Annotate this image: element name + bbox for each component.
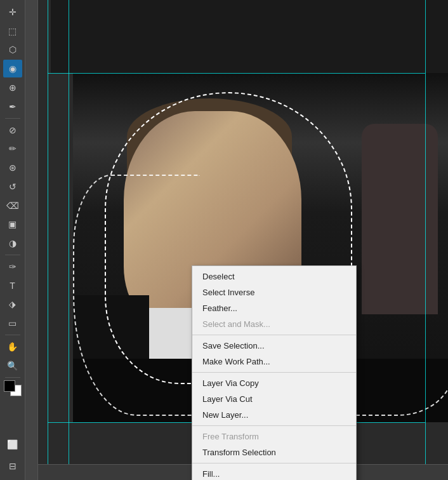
separator-4 (5, 377, 20, 378)
dodge-tool[interactable]: ◑ (3, 234, 22, 252)
gradient-tool[interactable]: ▣ (3, 216, 22, 234)
screen-mode-tool[interactable]: ⊟ (3, 457, 22, 475)
zoom-tool[interactable]: 🔍 (3, 357, 22, 375)
healing-brush-tool[interactable]: ⊘ (3, 121, 22, 139)
menu-item-new-layer---[interactable]: New Layer... (192, 407, 356, 423)
menu-item-feather---[interactable]: Feather... (192, 300, 356, 316)
lasso-tool[interactable]: ⬡ (3, 41, 22, 59)
left-toolbar: ✛ ⬚ ⬡ ◉ ⊕ ✒ ⊘ ✏ ⊛ ↺ ⌫ ▣ ◑ ✑ T ⬗ ▭ ✋ 🔍 ⬜ … (0, 0, 25, 480)
canvas-top-bar (51, 0, 448, 73)
separator-3 (5, 335, 20, 335)
separator-1 (5, 118, 20, 119)
clone-stamp-tool[interactable]: ⊛ (3, 159, 22, 177)
brush-tool[interactable]: ✏ (3, 140, 22, 157)
menu-item-transform-selection[interactable]: Transform Selection (192, 444, 356, 460)
separator-2 (5, 255, 20, 255)
context-menu: DeselectSelect InverseFeather...Select a… (192, 265, 357, 480)
shape-tool[interactable]: ▭ (3, 314, 22, 332)
text-tool[interactable]: T (3, 277, 22, 295)
hand-tool[interactable]: ✋ (3, 338, 22, 356)
history-brush-tool[interactable]: ↺ (3, 178, 22, 196)
crop-tool[interactable]: ⊕ (3, 79, 22, 97)
move-tool[interactable]: ✛ (3, 3, 22, 21)
menu-item-select-inverse[interactable]: Select Inverse (192, 284, 356, 300)
eraser-tool[interactable]: ⌫ (3, 197, 22, 215)
menu-item-save-selection---[interactable]: Save Selection... (192, 338, 356, 354)
menu-separator (192, 463, 356, 463)
menu-separator (192, 335, 356, 335)
menu-item-deselect[interactable]: Deselect (192, 269, 356, 284)
marquee-tool[interactable]: ⬚ (3, 22, 22, 40)
menu-item-make-work-path---[interactable]: Make Work Path... (192, 354, 356, 370)
menu-item-free-transform: Free Transform (192, 429, 356, 444)
quick-select-tool[interactable]: ◉ (3, 60, 22, 77)
pen-tool[interactable]: ✑ (3, 258, 22, 276)
guide-vertical-2 (425, 0, 426, 480)
menu-item-select-and-mask---: Select and Mask... (192, 316, 356, 332)
menu-separator (192, 425, 356, 426)
guide-vertical-1 (48, 0, 48, 480)
foreground-color-swatch[interactable] (4, 380, 15, 392)
menu-item-layer-via-copy[interactable]: Layer Via Copy (192, 375, 356, 391)
eyedropper-tool[interactable]: ✒ (3, 98, 22, 116)
color-swatch-area[interactable] (4, 380, 22, 397)
menu-separator (192, 372, 356, 373)
guide-vertical-3 (69, 0, 69, 480)
background-figure (362, 124, 438, 314)
quick-mask-tool[interactable]: ⬜ (3, 436, 22, 453)
menu-item-layer-via-cut[interactable]: Layer Via Cut (192, 391, 356, 407)
ruler-left (25, 0, 38, 480)
menu-item-fill---[interactable]: Fill... (192, 466, 356, 480)
selection-left-curve (73, 175, 200, 416)
path-selection-tool[interactable]: ⬗ (3, 296, 22, 314)
guide-horizontal-1 (48, 73, 425, 74)
